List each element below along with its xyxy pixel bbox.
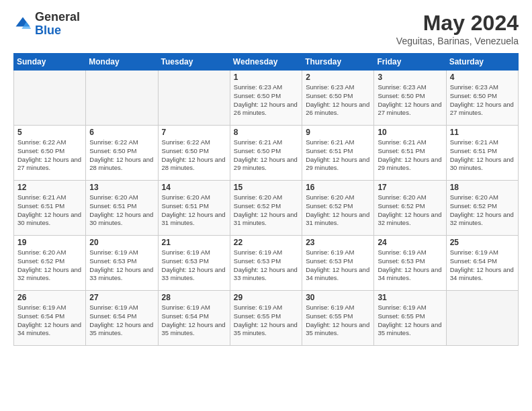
- day-number: 5: [17, 128, 82, 137]
- day-number: 21: [162, 238, 226, 247]
- logo: General Blue: [13, 11, 80, 38]
- day-number: 2: [306, 73, 370, 82]
- calendar-cell: 8Sunrise: 6:21 AM Sunset: 6:50 PM Daylig…: [230, 126, 302, 181]
- logo-blue-text: Blue: [35, 24, 80, 38]
- day-info: Sunrise: 6:19 AM Sunset: 6:55 PM Dayligh…: [306, 304, 370, 338]
- day-number: 3: [378, 73, 442, 82]
- calendar-day-header: Saturday: [446, 54, 518, 71]
- calendar-day-header: Thursday: [302, 54, 374, 71]
- day-info: Sunrise: 6:20 AM Sunset: 6:52 PM Dayligh…: [450, 193, 515, 228]
- day-info: Sunrise: 6:19 AM Sunset: 6:53 PM Dayligh…: [378, 248, 442, 283]
- day-number: 29: [234, 293, 298, 302]
- day-number: 24: [378, 238, 442, 247]
- day-number: 15: [234, 183, 298, 192]
- day-info: Sunrise: 6:23 AM Sunset: 6:50 PM Dayligh…: [378, 83, 442, 118]
- calendar-day-header: Sunday: [14, 54, 86, 71]
- day-info: Sunrise: 6:19 AM Sunset: 6:55 PM Dayligh…: [234, 304, 298, 338]
- calendar-cell: 17Sunrise: 6:20 AM Sunset: 6:52 PM Dayli…: [374, 181, 446, 236]
- calendar-cell: 13Sunrise: 6:20 AM Sunset: 6:51 PM Dayli…: [86, 181, 158, 236]
- day-number: 27: [89, 293, 154, 302]
- day-number: 4: [450, 73, 515, 82]
- calendar-cell: 6Sunrise: 6:22 AM Sunset: 6:50 PM Daylig…: [86, 126, 158, 181]
- calendar-cell: 3Sunrise: 6:23 AM Sunset: 6:50 PM Daylig…: [374, 71, 446, 126]
- day-number: 17: [378, 183, 442, 192]
- day-number: 23: [306, 238, 370, 247]
- day-info: Sunrise: 6:21 AM Sunset: 6:51 PM Dayligh…: [306, 138, 370, 173]
- calendar-week-row: 5Sunrise: 6:22 AM Sunset: 6:50 PM Daylig…: [14, 126, 519, 181]
- day-number: 12: [17, 183, 82, 192]
- calendar-cell: [158, 71, 230, 126]
- day-number: 8: [234, 128, 298, 137]
- day-info: Sunrise: 6:19 AM Sunset: 6:54 PM Dayligh…: [450, 248, 515, 283]
- calendar-cell: 30Sunrise: 6:19 AM Sunset: 6:55 PM Dayli…: [302, 291, 374, 346]
- calendar-cell: 2Sunrise: 6:23 AM Sunset: 6:50 PM Daylig…: [302, 71, 374, 126]
- day-info: Sunrise: 6:22 AM Sunset: 6:50 PM Dayligh…: [162, 138, 226, 173]
- calendar-cell: [14, 71, 86, 126]
- day-number: 6: [89, 128, 154, 137]
- calendar-cell: 23Sunrise: 6:19 AM Sunset: 6:53 PM Dayli…: [302, 236, 374, 291]
- calendar-header-row: SundayMondayTuesdayWednesdayThursdayFrid…: [14, 54, 519, 71]
- calendar-cell: 9Sunrise: 6:21 AM Sunset: 6:51 PM Daylig…: [302, 126, 374, 181]
- calendar-cell: 26Sunrise: 6:19 AM Sunset: 6:54 PM Dayli…: [14, 291, 86, 346]
- day-number: 25: [450, 238, 515, 247]
- calendar-cell: 1Sunrise: 6:23 AM Sunset: 6:50 PM Daylig…: [230, 71, 302, 126]
- day-info: Sunrise: 6:19 AM Sunset: 6:54 PM Dayligh…: [89, 304, 154, 338]
- calendar-cell: 4Sunrise: 6:23 AM Sunset: 6:50 PM Daylig…: [446, 71, 518, 126]
- day-number: 14: [162, 183, 226, 192]
- logo-icon: [13, 15, 32, 34]
- calendar-cell: 11Sunrise: 6:21 AM Sunset: 6:51 PM Dayli…: [446, 126, 518, 181]
- day-number: 26: [17, 293, 82, 302]
- calendar-cell: 18Sunrise: 6:20 AM Sunset: 6:52 PM Dayli…: [446, 181, 518, 236]
- day-info: Sunrise: 6:19 AM Sunset: 6:53 PM Dayligh…: [89, 248, 154, 283]
- day-info: Sunrise: 6:21 AM Sunset: 6:51 PM Dayligh…: [17, 193, 82, 228]
- calendar-cell: 27Sunrise: 6:19 AM Sunset: 6:54 PM Dayli…: [86, 291, 158, 346]
- calendar-cell: 5Sunrise: 6:22 AM Sunset: 6:50 PM Daylig…: [14, 126, 86, 181]
- day-info: Sunrise: 6:22 AM Sunset: 6:50 PM Dayligh…: [17, 138, 82, 173]
- calendar-week-row: 12Sunrise: 6:21 AM Sunset: 6:51 PM Dayli…: [14, 181, 519, 236]
- day-info: Sunrise: 6:19 AM Sunset: 6:53 PM Dayligh…: [306, 248, 370, 283]
- calendar-cell: 21Sunrise: 6:19 AM Sunset: 6:53 PM Dayli…: [158, 236, 230, 291]
- logo-general-text: General: [35, 11, 80, 24]
- day-info: Sunrise: 6:19 AM Sunset: 6:53 PM Dayligh…: [234, 248, 298, 283]
- calendar-cell: 20Sunrise: 6:19 AM Sunset: 6:53 PM Dayli…: [86, 236, 158, 291]
- calendar-cell: [446, 291, 518, 346]
- day-number: 10: [378, 128, 442, 137]
- calendar-cell: 14Sunrise: 6:20 AM Sunset: 6:51 PM Dayli…: [158, 181, 230, 236]
- day-info: Sunrise: 6:20 AM Sunset: 6:52 PM Dayligh…: [378, 193, 442, 228]
- title-location: Veguitas, Barinas, Venezuela: [396, 36, 519, 46]
- day-number: 31: [378, 293, 442, 302]
- day-number: 13: [89, 183, 154, 192]
- calendar-day-header: Tuesday: [158, 54, 230, 71]
- day-info: Sunrise: 6:20 AM Sunset: 6:52 PM Dayligh…: [234, 193, 298, 228]
- day-number: 7: [162, 128, 226, 137]
- page-header: General Blue May 2024 Veguitas, Barinas,…: [13, 11, 519, 46]
- calendar-cell: 15Sunrise: 6:20 AM Sunset: 6:52 PM Dayli…: [230, 181, 302, 236]
- calendar-cell: 19Sunrise: 6:20 AM Sunset: 6:52 PM Dayli…: [14, 236, 86, 291]
- day-info: Sunrise: 6:21 AM Sunset: 6:51 PM Dayligh…: [450, 138, 515, 173]
- calendar-week-row: 1Sunrise: 6:23 AM Sunset: 6:50 PM Daylig…: [14, 71, 519, 126]
- title-block: May 2024 Veguitas, Barinas, Venezuela: [396, 11, 519, 46]
- calendar-cell: 12Sunrise: 6:21 AM Sunset: 6:51 PM Dayli…: [14, 181, 86, 236]
- day-info: Sunrise: 6:20 AM Sunset: 6:51 PM Dayligh…: [89, 193, 154, 228]
- day-number: 18: [450, 183, 515, 192]
- calendar-cell: 25Sunrise: 6:19 AM Sunset: 6:54 PM Dayli…: [446, 236, 518, 291]
- day-info: Sunrise: 6:20 AM Sunset: 6:52 PM Dayligh…: [17, 248, 82, 283]
- day-number: 28: [162, 293, 226, 302]
- calendar-cell: 7Sunrise: 6:22 AM Sunset: 6:50 PM Daylig…: [158, 126, 230, 181]
- calendar-cell: 29Sunrise: 6:19 AM Sunset: 6:55 PM Dayli…: [230, 291, 302, 346]
- calendar-day-header: Friday: [374, 54, 446, 71]
- calendar-week-row: 26Sunrise: 6:19 AM Sunset: 6:54 PM Dayli…: [14, 291, 519, 346]
- calendar-week-row: 19Sunrise: 6:20 AM Sunset: 6:52 PM Dayli…: [14, 236, 519, 291]
- calendar-cell: [86, 71, 158, 126]
- day-number: 22: [234, 238, 298, 247]
- day-info: Sunrise: 6:23 AM Sunset: 6:50 PM Dayligh…: [234, 83, 298, 118]
- calendar-table: SundayMondayTuesdayWednesdayThursdayFrid…: [13, 53, 519, 346]
- day-number: 16: [306, 183, 370, 192]
- calendar-cell: 16Sunrise: 6:20 AM Sunset: 6:52 PM Dayli…: [302, 181, 374, 236]
- day-info: Sunrise: 6:23 AM Sunset: 6:50 PM Dayligh…: [450, 83, 515, 118]
- day-info: Sunrise: 6:20 AM Sunset: 6:52 PM Dayligh…: [306, 193, 370, 228]
- calendar-cell: 28Sunrise: 6:19 AM Sunset: 6:54 PM Dayli…: [158, 291, 230, 346]
- day-info: Sunrise: 6:19 AM Sunset: 6:53 PM Dayligh…: [162, 248, 226, 283]
- calendar-cell: 31Sunrise: 6:19 AM Sunset: 6:55 PM Dayli…: [374, 291, 446, 346]
- day-number: 11: [450, 128, 515, 137]
